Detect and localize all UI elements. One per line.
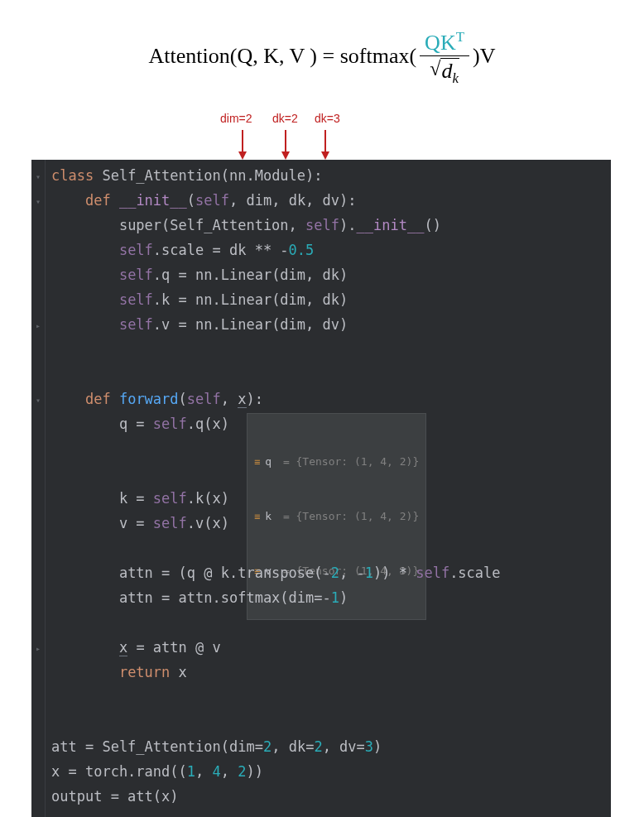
code-editor: ▾ ▾ ▸ ▾ ▸ class Self_Attention(nn.Module…	[31, 160, 611, 817]
formula-lhs-args: (Q, K, V )	[230, 44, 317, 68]
code-line: def __init__(self, dim, dk, dv):	[31, 188, 611, 213]
code-line	[31, 709, 611, 734]
annotation-dk3: dk=3	[315, 112, 340, 125]
formula-rhs-fn: softmax	[340, 44, 410, 68]
code-line: self.k = nn.Linear(dim, dk)	[31, 287, 611, 312]
code-line	[31, 362, 611, 387]
code-line	[31, 536, 611, 560]
code-line: return x	[31, 660, 611, 685]
annotation-dk: dk=2	[272, 112, 298, 125]
list-icon: ≡	[254, 453, 260, 471]
code-line: k = self.k(x)	[31, 486, 611, 511]
code-line: attn = attn.softmax(dim=-1)	[31, 585, 611, 610]
code-line	[31, 610, 611, 635]
code-line: self.scale = dk ** -0.5	[31, 238, 611, 262]
code-line: x = attn @ v	[31, 635, 611, 660]
code-line: att = Self_Attention(dim=2, dk=2, dv=3)	[31, 734, 611, 759]
attention-formula: Attention(Q, K, V ) = softmax( QKT √dk )…	[0, 29, 644, 87]
arrow-icon	[324, 130, 326, 153]
formula-tail: )V	[473, 44, 495, 68]
formula-lhs-fn: Attention	[149, 44, 230, 68]
code-line: attn = (q @ k.transpose(-2, -1)) * self.…	[31, 560, 611, 585]
code-line: v = self.v(x)	[31, 511, 611, 536]
param-annotations: dim=2 dk=2 dk=3	[31, 112, 611, 160]
annotation-dim: dim=2	[220, 112, 252, 125]
code-line: def forward(self, x):	[31, 387, 611, 411]
code-line: super(Self_Attention, self).__init__()	[31, 213, 611, 238]
formula-fraction: QKT √dk	[420, 29, 469, 87]
code-line: output = att(x)	[31, 784, 611, 809]
code-line: class Self_Attention(nn.Module):	[31, 163, 611, 188]
code-line: x = torch.rand((1, 4, 2))	[31, 759, 611, 784]
code-line: self.q = nn.Linear(dim, dk)	[31, 262, 611, 287]
arrow-icon	[285, 130, 286, 153]
code-line	[31, 337, 611, 362]
code-line: self.v = nn.Linear(dim, dv)	[31, 312, 611, 337]
code-line	[31, 685, 611, 709]
arrow-icon	[242, 130, 243, 153]
code-line: q = self.q(x) ≡q = {Tensor: (1, 4, 2)} ≡…	[31, 411, 611, 486]
